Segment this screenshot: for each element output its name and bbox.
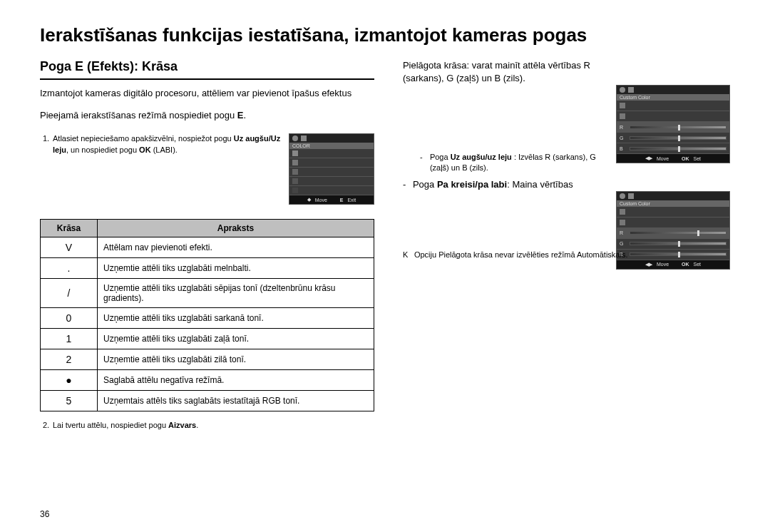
b1-pre: Poga bbox=[430, 153, 451, 161]
right-column: Pielāgota krāsa: varat mainīt attēla vēr… bbox=[403, 59, 730, 431]
mode-icon bbox=[628, 193, 634, 199]
table-row: .Uzņemtie attēli tiks uzglabāti melnbalt… bbox=[41, 258, 374, 279]
color-table: Krāsa Apraksts VAttēlam nav pievienoti e… bbox=[40, 219, 374, 411]
bullet-leftright: - Poga Pa kreisi/pa labi: Maina vērtības bbox=[403, 178, 610, 191]
th-desc: Apraksts bbox=[98, 220, 374, 237]
lcd-preview-color: COLOR ◆ Move E Exit bbox=[289, 133, 374, 205]
camera-icon bbox=[620, 193, 625, 199]
b1-b: Uz augšu/uz leju bbox=[451, 153, 512, 161]
table-row: 5Uzņemtais attēls tiks saglabāts iestatī… bbox=[41, 391, 374, 411]
lcd-header: Custom Color bbox=[617, 200, 729, 207]
lcd-footer: ◀▶ Move OK Set bbox=[617, 260, 729, 269]
custom-color-text: Pielāgota krāsa: varat mainīt attēla vēr… bbox=[403, 59, 610, 85]
bullet-updown: - Poga Uz augšu/uz leju : Izvēlas R (sar… bbox=[403, 152, 610, 174]
section-title: Poga E (Efekts): Krāsa bbox=[40, 59, 374, 80]
table-row: /Uzņemtie attēli tiks uzglabāti sēpijas … bbox=[41, 279, 374, 308]
note-text: Opciju Pielāgota krāsa nevar izvēlēties … bbox=[414, 250, 628, 259]
step1-post: (LABI). bbox=[151, 145, 178, 154]
left-column: Poga E (Efekts): Krāsa Izmantojot kamera… bbox=[40, 59, 374, 431]
leftright-icon: ◀▶ bbox=[645, 262, 652, 267]
fn-post: . bbox=[196, 421, 198, 429]
table-header-row: Krāsa Apraksts bbox=[41, 220, 374, 237]
page-number: 36 bbox=[40, 509, 49, 519]
lcd-e: E bbox=[340, 198, 344, 203]
lcd-topbar bbox=[289, 134, 374, 143]
camera-icon bbox=[620, 87, 625, 93]
lcd-exit: Exit bbox=[347, 198, 356, 203]
slider-g: G bbox=[617, 239, 729, 250]
main-title: Ierakstīšanas funkcijas iestatīšana, izm… bbox=[40, 24, 730, 46]
lcd-move: Move bbox=[315, 198, 327, 203]
mode-icon bbox=[628, 87, 634, 93]
step1-mid: , un nospiediet pogu bbox=[66, 145, 139, 154]
intro-text: Izmantojot kameras digitālo procesoru, a… bbox=[40, 87, 374, 100]
step1-b2: OK bbox=[139, 145, 151, 154]
slider-r: R bbox=[617, 122, 729, 133]
lcd-header: Custom Color bbox=[617, 94, 729, 101]
camera-icon bbox=[292, 135, 298, 141]
b2-pre: Poga bbox=[413, 179, 437, 190]
lcd-header: COLOR bbox=[289, 143, 374, 149]
table-row: VAttēlam nav pievienoti efekti. bbox=[41, 237, 374, 258]
step-1-text: 1.Atlasiet nepieciešamo apakšizvēlni, no… bbox=[40, 133, 282, 205]
lcd-move: Move bbox=[657, 262, 669, 267]
fn-b: Aizvars bbox=[168, 421, 196, 429]
table-row: ●Saglabā attēlu negatīva režīmā. bbox=[41, 370, 374, 391]
custom-color-block-1: Pielāgota krāsa: varat mainīt attēla vēr… bbox=[403, 59, 730, 152]
note-k: K Opciju Pielāgota krāsa nevar izvēlētie… bbox=[403, 250, 730, 259]
b2-post: : Maina vērtības bbox=[507, 179, 573, 190]
th-color: Krāsa bbox=[41, 220, 98, 237]
instruction-post: . bbox=[243, 110, 246, 121]
table-row: 0Uzņemtie attēli tiks uzglabāti sarkanā … bbox=[41, 308, 374, 329]
lcd-topbar bbox=[617, 192, 729, 200]
table-row: 2Uzņemtie attēli tiks uzglabāti zilā ton… bbox=[41, 349, 374, 370]
table-row: 1Uzņemtie attēli tiks uzglabāti zaļā ton… bbox=[41, 329, 374, 349]
lcd-topbar bbox=[617, 86, 729, 94]
instruction-pre: Pieejamā ierakstīšanas režīmā nospiediet… bbox=[40, 110, 237, 121]
lcd-ok: OK bbox=[682, 262, 689, 267]
instruction: Pieejamā ierakstīšanas režīmā nospiediet… bbox=[40, 110, 374, 121]
b2-b: Pa kreisi/pa labi bbox=[437, 179, 507, 190]
updown-icon: ◆ bbox=[307, 197, 311, 203]
slider-r: R bbox=[617, 228, 729, 239]
fn-pre: Lai tvertu attēlu, nospiediet pogu bbox=[53, 421, 168, 429]
lcd-set: Set bbox=[694, 262, 702, 267]
step1-pre: Atlasiet nepieciešamo apakšizvēlni, nosp… bbox=[53, 134, 234, 143]
lcd-footer: ◆ Move E Exit bbox=[289, 195, 374, 204]
custom-color-block-2: - Poga Uz augšu/uz leju : Izvēlas R (sar… bbox=[403, 152, 730, 245]
mode-icon bbox=[301, 135, 307, 141]
footnote-2: 2.Lai tvertu attēlu, nospiediet pogu Aiz… bbox=[40, 420, 374, 431]
step-1: 1.Atlasiet nepieciešamo apakšizvēlni, no… bbox=[40, 133, 374, 205]
slider-g: G bbox=[617, 133, 729, 143]
